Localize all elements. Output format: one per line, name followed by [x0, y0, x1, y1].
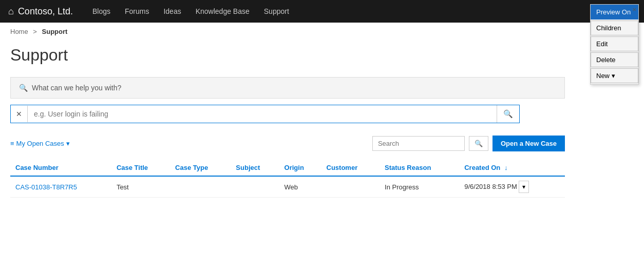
search-help-icon: 🔍 [19, 84, 28, 92]
col-case-title: Case Title [111, 160, 170, 176]
col-customer: Customer [321, 160, 380, 176]
top-nav: ⌂ Contoso, Ltd. Blogs Forums Ideas Knowl… [0, 0, 644, 23]
toolbar-right: 🔍 Open a New Case [372, 136, 565, 151]
search-input-row: ✕ 🔍 [10, 105, 520, 123]
sort-arrow-icon: ↓ [504, 164, 508, 171]
my-open-cases-button[interactable]: ≡ My Open Cases ▾ [10, 140, 70, 147]
cases-table: Case Number Case Title Case Type Subject… [10, 160, 565, 198]
cell-origin: Web [279, 176, 321, 198]
new-button[interactable]: New ▾ [591, 68, 638, 83]
home-icon[interactable]: ⌂ [8, 0, 14, 23]
cell-customer [321, 176, 380, 198]
cases-toolbar: ≡ My Open Cases ▾ 🔍 Open a New Case [10, 136, 565, 151]
cell-case-title: Test [111, 176, 170, 198]
search-clear-button[interactable]: ✕ [11, 106, 28, 122]
search-go-button[interactable]: 🔍 [497, 105, 519, 123]
nav-forums[interactable]: Forums [118, 0, 156, 23]
col-case-number: Case Number [10, 160, 111, 176]
new-button-label: New [596, 72, 610, 80]
breadcrumb-current: Support [42, 28, 68, 35]
open-new-case-button[interactable]: Open a New Case [493, 136, 565, 151]
new-button-arrow: ▾ [612, 72, 615, 80]
col-case-type: Case Type [170, 160, 231, 176]
brand-name: Contoso, Ltd. [18, 6, 73, 17]
edit-button[interactable]: Edit [591, 36, 638, 51]
floating-panel: × Preview On Children Edit Delete New ▾ [590, 4, 639, 85]
cases-search-input[interactable] [372, 136, 465, 151]
breadcrumb-separator: > [33, 28, 37, 35]
nav-knowledge-base[interactable]: Knowledge Base [188, 0, 257, 23]
col-origin: Origin [279, 160, 321, 176]
cell-case-number: CAS-01038-T8R7R5 [10, 176, 111, 198]
cell-case-type [170, 176, 231, 198]
delete-button[interactable]: Delete [591, 52, 638, 67]
created-on-value: 9/6/2018 8:53 PM [464, 183, 517, 190]
col-status-reason: Status Reason [380, 160, 459, 176]
search-help-box: 🔍 What can we help you with? [10, 77, 565, 99]
col-created-on-label: Created On [464, 164, 500, 171]
clear-icon: ✕ [16, 110, 22, 118]
case-number-link[interactable]: CAS-01038-T8R7R5 [15, 183, 77, 191]
row-dropdown-button[interactable]: ▾ [519, 181, 529, 193]
cell-status-reason: In Progress [380, 176, 459, 198]
search-go-icon: 🔍 [503, 109, 513, 118]
breadcrumb-home[interactable]: Home [10, 28, 28, 35]
nav-ideas[interactable]: Ideas [156, 0, 188, 23]
table-row: CAS-01038-T8R7R5 Test Web In Progress 9/… [10, 176, 565, 198]
nav-blogs[interactable]: Blogs [85, 0, 118, 23]
col-subject: Subject [231, 160, 279, 176]
search-help-text: What can we help you with? [32, 84, 121, 92]
cell-created-on: 9/6/2018 8:53 PM ▾ [459, 176, 565, 198]
cell-subject [231, 176, 279, 198]
breadcrumb: Home > Support [0, 23, 644, 41]
dropdown-arrow-icon: ▾ [66, 140, 70, 147]
main-content: Support 🔍 What can we help you with? ✕ 🔍… [0, 41, 575, 208]
search-input[interactable] [28, 106, 497, 122]
list-icon: ≡ [10, 140, 14, 147]
page-title: Support [10, 46, 565, 65]
cases-search-icon: 🔍 [475, 140, 483, 147]
my-open-cases-label: My Open Cases [16, 140, 64, 147]
children-button[interactable]: Children [591, 21, 638, 35]
nav-support[interactable]: Support [257, 0, 296, 23]
cases-search-button[interactable]: 🔍 [469, 136, 488, 151]
preview-on-button[interactable]: Preview On [591, 5, 638, 20]
nav-links: Blogs Forums Ideas Knowledge Base Suppor… [85, 0, 296, 23]
panel-close-button[interactable]: × [632, 6, 636, 13]
col-created-on[interactable]: Created On ↓ [459, 160, 565, 176]
table-header-row: Case Number Case Title Case Type Subject… [10, 160, 565, 176]
